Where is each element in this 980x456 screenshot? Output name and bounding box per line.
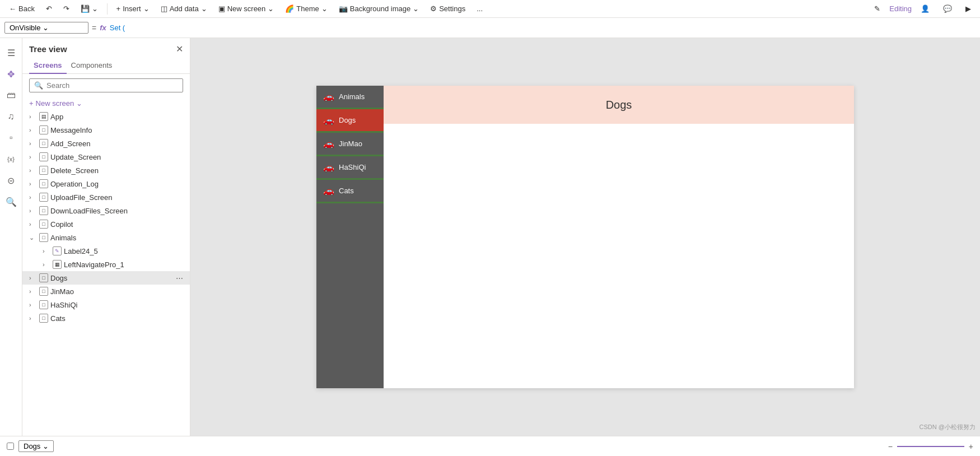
menu-icon-button[interactable]: ☰	[1, 43, 21, 63]
label-icon: ✎	[53, 246, 62, 255]
tree-item-leftnavpro[interactable]: › ▦ LeftNavigatePro_1	[22, 258, 190, 271]
toolbar: ← Back ↶ ↷ 💾 ⌄ + Insert ⌄ ◫ Add data ⌄ ▣…	[0, 0, 980, 18]
screen-icon: □	[39, 152, 48, 161]
search-input[interactable]	[46, 81, 178, 90]
nav-item-cats[interactable]: 🚗 Cats	[316, 180, 384, 203]
tree-item-uploadfile[interactable]: › □ UploadFile_Screen	[22, 190, 190, 204]
tree-item-animals[interactable]: ⌄ □ Animals	[22, 231, 190, 244]
add-data-button[interactable]: ◫ Add data ⌄	[156, 2, 212, 15]
formula-input[interactable]	[110, 24, 976, 32]
background-image-button[interactable]: 📷 Background image ⌄	[334, 2, 423, 15]
chevron-down-icon: ⌄	[143, 4, 150, 13]
component-icon-button[interactable]: ⊝	[1, 170, 21, 190]
canvas-area: 🚗 Animals 🚗 Dogs 🚗 JinMao 🚗 HaShiQi	[190, 38, 980, 436]
treeview-icon-button[interactable]: ✥	[1, 64, 21, 84]
insert-button[interactable]: + Insert ⌄	[112, 2, 154, 15]
app-canvas: 🚗 Animals 🚗 Dogs 🚗 JinMao 🚗 HaShiQi	[316, 86, 854, 388]
chevron-icon: ›	[29, 140, 37, 147]
tab-screens[interactable]: Screens	[29, 58, 67, 74]
share-button[interactable]: 👤	[916, 2, 934, 15]
tree-item-oplog[interactable]: › □ Operation_Log	[22, 177, 190, 190]
chevron-down-icon2: ⌄	[201, 4, 207, 13]
app-main	[384, 124, 854, 388]
car-icon: 🚗	[323, 91, 334, 102]
redo-button[interactable]: ↷	[59, 2, 74, 15]
chevron-down-icon: ⌄	[29, 234, 37, 241]
formula-dropdown[interactable]: OnVisible ⌄	[4, 22, 88, 34]
app-header: Dogs	[384, 86, 854, 124]
car-icon4: 🚗	[323, 162, 334, 173]
screen-icon: □	[39, 314, 48, 323]
chevron-down-icon5: ⌄	[413, 4, 419, 13]
save-button[interactable]: 💾 ⌄	[76, 2, 102, 15]
screen-icon: □	[39, 166, 48, 175]
tree-item-label245[interactable]: › ✎ Label24_5	[22, 244, 190, 258]
back-button[interactable]: ← Back	[4, 2, 39, 15]
car-icon2: 🚗	[323, 115, 334, 125]
screen-icon: ▣	[218, 4, 225, 13]
comment-button[interactable]: 💬	[939, 2, 956, 15]
gear-icon: ⚙	[430, 4, 437, 13]
tree-item-copilot[interactable]: › □ Copilot	[22, 217, 190, 231]
variable-icon-button[interactable]: {x}	[1, 149, 21, 169]
screen-icon: □	[39, 125, 48, 134]
chevron-icon: ›	[29, 167, 37, 174]
app-header-title: Dogs	[606, 99, 632, 111]
plus-icon: +	[116, 4, 121, 13]
search-icon: 🔍	[34, 81, 43, 90]
more-button[interactable]: ...	[472, 2, 487, 15]
chevron-icon: ›	[29, 113, 37, 120]
nav-item-dogs[interactable]: 🚗 Dogs	[316, 109, 384, 133]
edit-icon-button[interactable]: ✎	[870, 2, 885, 15]
chevron-down-icon4: ⌄	[321, 4, 328, 13]
screen-icon: □	[39, 139, 48, 148]
chevron-icon: ›	[29, 194, 37, 201]
search-icon-button[interactable]: 🔍	[1, 192, 21, 212]
data-icon-button[interactable]: 🗃	[1, 85, 21, 105]
main-content: ☰ ✥ 🗃 ♫ ▫ {x} ⊝ 🔍 Tree view ✕ Screens Co…	[0, 38, 980, 436]
zoom-out-button[interactable]: −	[888, 442, 893, 451]
more-button-dogs[interactable]: ⋯	[176, 274, 183, 282]
tree-items: › ▤ App › □ MessageInfo › □ Add_Screen ›…	[22, 110, 190, 436]
tree-item-app[interactable]: › ▤ App	[22, 110, 190, 123]
formula-eq: =	[92, 24, 96, 32]
settings-button[interactable]: ⚙ Settings	[426, 2, 470, 15]
car-icon5: 🚗	[323, 185, 334, 196]
tree-item-updatescreen[interactable]: › □ Update_Screen	[22, 150, 190, 164]
tree-item-hashiqi[interactable]: › □ HaShiQi	[22, 298, 190, 311]
zoom-in-button[interactable]: +	[969, 442, 973, 451]
screen-checkbox[interactable]	[7, 443, 14, 450]
nav-item-animals[interactable]: 🚗 Animals	[316, 86, 384, 109]
separator-1	[107, 3, 108, 15]
media-icon-button[interactable]: ♫	[1, 106, 21, 127]
undo-button[interactable]: ↶	[41, 2, 57, 15]
watermark: CSDN @小松很努力	[920, 423, 976, 431]
tree-item-cats[interactable]: › □ Cats	[22, 311, 190, 325]
screen-icon: □	[39, 287, 48, 296]
tree-item-downloadfiles[interactable]: › □ DownLoadFiles_Screen	[22, 204, 190, 217]
chevron-icon: ›	[43, 248, 50, 254]
theme-icon-button[interactable]: ▫	[1, 128, 21, 148]
tree-item-messageinfo[interactable]: › □ MessageInfo	[22, 123, 190, 137]
new-screen-tree-button[interactable]: + New screen ⌄	[22, 97, 190, 110]
tree-item-jinmao[interactable]: › □ JinMao	[22, 285, 190, 298]
close-tree-button[interactable]: ✕	[176, 44, 183, 54]
screen-badge[interactable]: Dogs ⌄	[18, 440, 54, 452]
play-button[interactable]: ▶	[961, 2, 976, 15]
tree-item-dogs[interactable]: › □ Dogs ⋯	[22, 271, 190, 285]
tab-components[interactable]: Components	[67, 58, 117, 74]
tree-item-deletescreen[interactable]: › □ Delete_Screen	[22, 164, 190, 177]
chevron-icon: ›	[29, 315, 37, 322]
search-box: 🔍	[29, 78, 183, 92]
screen-icon: □	[39, 233, 48, 242]
new-screen-button[interactable]: ▣ New screen ⌄	[214, 2, 279, 15]
chevron-icon: ›	[29, 207, 37, 214]
tree-item-addscreen[interactable]: › □ Add_Screen	[22, 137, 190, 150]
theme-button[interactable]: 🌈 Theme ⌄	[281, 2, 332, 15]
image-icon: 📷	[339, 4, 348, 13]
nav-item-hashiqi[interactable]: 🚗 HaShiQi	[316, 156, 384, 180]
app-sidebar: 🚗 Animals 🚗 Dogs 🚗 JinMao 🚗 HaShiQi	[316, 86, 384, 388]
chevron-icon: ›	[43, 261, 50, 268]
nav-item-jinmao[interactable]: 🚗 JinMao	[316, 133, 384, 156]
zoom-controls: − +	[888, 442, 973, 451]
